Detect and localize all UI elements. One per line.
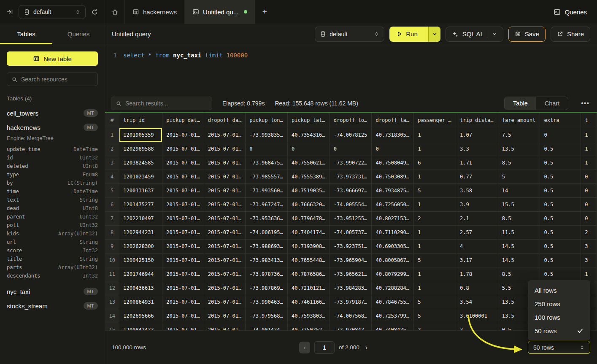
table-cell[interactable]: 2015-07-01…	[162, 225, 204, 239]
column-row[interactable]: partsArray(UInt32)	[0, 263, 105, 272]
table-cell[interactable]: 2015-07-01…	[204, 281, 245, 295]
table-cell[interactable]: 7.5	[498, 128, 540, 142]
table-cell[interactable]: 1202989588	[119, 142, 162, 156]
table-cell[interactable]: 1	[414, 170, 456, 183]
table-cell[interactable]: 40.7666320…	[287, 197, 330, 211]
table-cell[interactable]: 1.07	[456, 128, 498, 142]
table-cell[interactable]: 2015-07-01…	[204, 142, 245, 156]
table-cell[interactable]: 8.5	[498, 211, 540, 225]
column-row[interactable]: deadUInt8	[0, 204, 105, 213]
table-cell[interactable]: 40.7288284…	[372, 281, 414, 295]
table-cell[interactable]: -73.979187…	[330, 295, 372, 309]
table-cell[interactable]: 40.7350352…	[287, 323, 330, 330]
table-cell[interactable]: 2015-07-01…	[162, 323, 204, 330]
table-cell[interactable]: 0.5	[540, 239, 581, 253]
run-options-chevron[interactable]	[428, 27, 440, 42]
table-cell[interactable]: 0	[581, 183, 597, 197]
search-resources-input[interactable]	[7, 73, 98, 86]
table-cell[interactable]: 1200425150	[119, 253, 162, 267]
table-cell[interactable]: 1201475277	[119, 197, 162, 211]
column-header-fare_amount[interactable]: fare_amount	[498, 113, 540, 128]
new-tab-button[interactable]: +	[255, 0, 274, 24]
table-cell[interactable]: 2015-07-01…	[204, 183, 245, 197]
database-selector[interactable]: default	[19, 5, 86, 19]
table-cell[interactable]: 40.8079299…	[372, 267, 414, 281]
column-row[interactable]: textString	[0, 196, 105, 204]
page-number-input[interactable]	[314, 341, 335, 354]
column-header-index[interactable]: #	[105, 113, 119, 128]
table-cell[interactable]: 5	[414, 253, 456, 267]
table-cell[interactable]: 3	[456, 323, 498, 330]
table-cell[interactable]: 40.7655448…	[287, 253, 330, 267]
table-cell[interactable]: -73.967247…	[246, 197, 288, 211]
table-cell[interactable]: 2015-07-01…	[162, 170, 204, 183]
table-cell[interactable]: 0.5	[540, 211, 581, 225]
search-resources-field[interactable]	[21, 76, 93, 83]
table-cell[interactable]: 1200842433	[119, 323, 162, 330]
table-cell[interactable]: -73.953636…	[246, 211, 288, 225]
menu-item-100-rows[interactable]: 100 rows	[528, 310, 590, 324]
table-cell[interactable]: 3.17	[456, 253, 498, 267]
new-table-button[interactable]: New table	[7, 51, 98, 66]
save-button[interactable]: Save	[508, 27, 546, 42]
run-button[interactable]: Run	[389, 27, 440, 42]
table-cell[interactable]: 14	[498, 183, 540, 197]
table-cell[interactable]: 1	[414, 142, 456, 156]
table-cell[interactable]: 40.8005867…	[372, 253, 414, 267]
table-cell[interactable]: 0	[581, 197, 597, 211]
table-cell[interactable]: 1202695666	[119, 309, 162, 323]
table-cell[interactable]: -73.987869…	[246, 281, 288, 295]
table-cell[interactable]: 0.5	[540, 156, 581, 170]
table-cell[interactable]: -73.993560…	[246, 183, 288, 197]
table-cell[interactable]: 5	[414, 295, 456, 309]
table-cell[interactable]: -73.985557…	[246, 170, 288, 183]
table-cell[interactable]: -74.0078125	[330, 128, 372, 142]
table-cell[interactable]: 2015-07-01…	[204, 156, 245, 170]
table-cell[interactable]: 2015-07-01…	[162, 295, 204, 309]
menu-item-50-rows[interactable]: 50 rows	[528, 324, 590, 337]
table-cell[interactable]: 1203824585	[119, 156, 162, 170]
table-cell[interactable]: -73.923751…	[330, 239, 372, 253]
collapse-sidebar-icon[interactable]	[6, 8, 13, 15]
table-cell[interactable]: 3.9	[456, 197, 498, 211]
more-options-icon[interactable]: •••	[579, 100, 591, 107]
sql-ai-button[interactable]: SQL AI	[446, 27, 503, 42]
table-cell[interactable]: -73.979568…	[246, 309, 288, 323]
table-cell[interactable]: -73.970843	[330, 323, 372, 330]
table-cell[interactable]: -74.001434	[246, 323, 288, 330]
table-cell[interactable]: 14.5	[498, 239, 540, 253]
table-cell[interactable]: 2015-07-01…	[204, 128, 245, 142]
table-cell[interactable]: 1	[414, 267, 456, 281]
table-cell[interactable]: 2015-07-01…	[204, 225, 245, 239]
table-cell[interactable]: 40.7508049…	[372, 156, 414, 170]
table-cell[interactable]: 40.7846755…	[372, 295, 414, 309]
table-cell[interactable]: 40.7796478…	[287, 211, 330, 225]
table-cell[interactable]: 3	[581, 239, 597, 253]
table-cell[interactable]: 2015-07-01…	[204, 253, 245, 267]
column-header-trip_id[interactable]: trip_id	[119, 113, 162, 128]
column-row[interactable]: descendantsInt32	[0, 272, 105, 280]
table-cell[interactable]: -73.965621…	[330, 267, 372, 281]
table-cell[interactable]: 6	[414, 156, 456, 170]
column-header-pickup_lon[interactable]: pickup_lon…	[246, 113, 288, 128]
table-cell[interactable]: 4	[456, 239, 498, 253]
column-header-t[interactable]: t	[581, 113, 597, 128]
table-cell[interactable]: 2	[414, 211, 456, 225]
search-results-field[interactable]	[125, 100, 208, 107]
table-cell[interactable]: -73.978736…	[246, 267, 288, 281]
table-cell[interactable]: 2015-07-01…	[204, 170, 245, 183]
table-cell[interactable]: 3.6100001	[456, 309, 498, 323]
table-cell[interactable]: 2015-07-01…	[162, 239, 204, 253]
table-cell[interactable]: 0	[287, 142, 330, 156]
column-row[interactable]: idUInt32	[0, 154, 105, 162]
table-cell[interactable]: -73.990722…	[330, 156, 372, 170]
sidebar-table-cell_towers[interactable]: cell_towersMT	[0, 106, 105, 120]
table-cell[interactable]: -74.007568…	[330, 309, 372, 323]
table-cell[interactable]: 1202210497	[119, 211, 162, 225]
column-row[interactable]: parentUInt32	[0, 213, 105, 221]
table-cell[interactable]: 40.7110290…	[372, 225, 414, 239]
table-cell[interactable]: 2015-07-01…	[162, 211, 204, 225]
table-cell[interactable]: 2	[414, 323, 456, 330]
table-cell[interactable]: 2.1	[456, 211, 498, 225]
sidebar-table-nyc_taxi[interactable]: nyc_taxiMT	[0, 284, 105, 299]
